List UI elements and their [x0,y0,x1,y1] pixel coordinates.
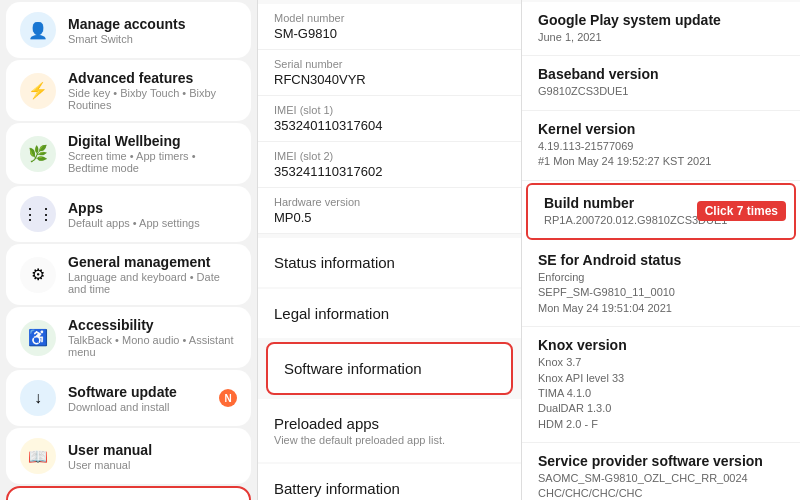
info-value: RFCN3040VYR [274,72,505,87]
google-play-update-title: Google Play system update [538,12,784,28]
status-info-label: Status information [274,254,505,271]
software-info-label: Software information [284,360,495,377]
info-label: Serial number [274,58,505,70]
se-android-status-title: SE for Android status [538,252,784,268]
right-item-google-play-update: Google Play system updateJune 1, 2021 [522,2,800,56]
general-management-icon: ⚙ [20,257,56,293]
accessibility-title: Accessibility [68,317,237,333]
accessibility-subtitle: TalkBack • Mono audio • Assistant menu [68,334,237,358]
sidebar-item-about-phone[interactable]: ℹAbout phoneStatus • Legal information •… [6,486,251,500]
service-provider-version-title: Service provider software version [538,453,784,469]
sidebar-item-user-manual[interactable]: 📖User manualUser manual [6,428,251,484]
device-info-section: Model numberSM-G9810Serial numberRFCN304… [258,4,521,234]
mid-menu-item-status-info[interactable]: Status information [258,238,521,287]
left-panel: 👤Manage accountsSmart Switch⚡Advanced fe… [0,0,258,500]
info-label: IMEI (slot 1) [274,104,505,116]
mid-menu-item-preloaded-apps[interactable]: Preloaded appsView the default preloaded… [258,399,521,462]
info-label: Model number [274,12,505,24]
info-value: SM-G9810 [274,26,505,41]
advanced-features-subtitle: Side key • Bixby Touch • Bixby Routines [68,87,237,111]
se-android-status-subtitle: Enforcing SEPF_SM-G9810_11_0010 Mon May … [538,270,784,316]
sidebar-item-apps[interactable]: ⋮⋮AppsDefault apps • App settings [6,186,251,242]
battery-info-label: Battery information [274,480,505,497]
right-section: Google Play system updateJune 1, 2021Bas… [522,2,800,500]
user-manual-subtitle: User manual [68,459,152,471]
mid-menu-item-legal-info[interactable]: Legal information [258,289,521,338]
info-row: Serial numberRFCN3040VYR [258,50,521,96]
manage-accounts-title: Manage accounts [68,16,185,32]
sidebar-item-accessibility[interactable]: ♿AccessibilityTalkBack • Mono audio • As… [6,307,251,368]
digital-wellbeing-title: Digital Wellbeing [68,133,237,149]
preloaded-apps-subtitle: View the default preloaded app list. [274,434,505,446]
right-item-se-android-status: SE for Android statusEnforcing SEPF_SM-G… [522,242,800,327]
manage-accounts-subtitle: Smart Switch [68,33,185,45]
build-number-click-badge: Click 7 times [697,201,786,221]
sidebar-item-general-management[interactable]: ⚙General managementLanguage and keyboard… [6,244,251,305]
digital-wellbeing-icon: 🌿 [20,136,56,172]
mid-menu-item-software-info[interactable]: Software information [266,342,513,395]
right-item-baseband-version: Baseband versionG9810ZCS3DUE1 [522,56,800,110]
sidebar-item-advanced-features[interactable]: ⚡Advanced featuresSide key • Bixby Touch… [6,60,251,121]
general-management-subtitle: Language and keyboard • Date and time [68,271,237,295]
apps-subtitle: Default apps • App settings [68,217,200,229]
advanced-features-icon: ⚡ [20,73,56,109]
advanced-features-title: Advanced features [68,70,237,86]
user-manual-icon: 📖 [20,438,56,474]
apps-title: Apps [68,200,200,216]
right-item-knox-version: Knox versionKnox 3.7 Knox API level 33 T… [522,327,800,443]
software-update-title: Software update [68,384,177,400]
info-value: MP0.5 [274,210,505,225]
sidebar-item-manage-accounts[interactable]: 👤Manage accountsSmart Switch [6,2,251,58]
info-label: IMEI (slot 2) [274,150,505,162]
baseband-version-subtitle: G9810ZCS3DUE1 [538,84,784,99]
info-row: Hardware versionMP0.5 [258,188,521,234]
info-label: Hardware version [274,196,505,208]
google-play-update-subtitle: June 1, 2021 [538,30,784,45]
accessibility-icon: ♿ [20,320,56,356]
sidebar-item-software-update[interactable]: ↓Software updateDownload and installN [6,370,251,426]
preloaded-apps-label: Preloaded apps [274,415,505,432]
digital-wellbeing-subtitle: Screen time • App timers • Bedtime mode [68,150,237,174]
software-update-icon: ↓ [20,380,56,416]
info-value: 353240110317604 [274,118,505,133]
info-row: Model numberSM-G9810 [258,4,521,50]
apps-icon: ⋮⋮ [20,196,56,232]
user-manual-title: User manual [68,442,152,458]
right-item-build-number[interactable]: Build numberRP1A.200720.012.G9810ZCS3DUE… [526,183,796,240]
right-item-service-provider-version: Service provider software versionSAOMC_S… [522,443,800,500]
software-update-subtitle: Download and install [68,401,177,413]
kernel-version-subtitle: 4.19.113-21577069 #1 Mon May 24 19:52:27… [538,139,784,170]
knox-version-title: Knox version [538,337,784,353]
info-row: IMEI (slot 2)353241110317602 [258,142,521,188]
general-management-title: General management [68,254,237,270]
manage-accounts-icon: 👤 [20,12,56,48]
service-provider-version-subtitle: SAOMC_SM-G9810_OZL_CHC_RR_0024 CHC/CHC/C… [538,471,784,500]
baseband-version-title: Baseband version [538,66,784,82]
right-panel: Google Play system updateJune 1, 2021Bas… [522,0,800,500]
middle-panel: Model numberSM-G9810Serial numberRFCN304… [258,0,522,500]
right-item-kernel-version: Kernel version4.19.113-21577069 #1 Mon M… [522,111,800,181]
legal-info-label: Legal information [274,305,505,322]
info-row: IMEI (slot 1)353240110317604 [258,96,521,142]
info-value: 353241110317602 [274,164,505,179]
kernel-version-title: Kernel version [538,121,784,137]
knox-version-subtitle: Knox 3.7 Knox API level 33 TIMA 4.1.0 Du… [538,355,784,432]
mid-menu-item-battery-info[interactable]: Battery information [258,464,521,500]
software-update-badge: N [219,389,237,407]
sidebar-item-digital-wellbeing[interactable]: 🌿Digital WellbeingScreen time • App time… [6,123,251,184]
